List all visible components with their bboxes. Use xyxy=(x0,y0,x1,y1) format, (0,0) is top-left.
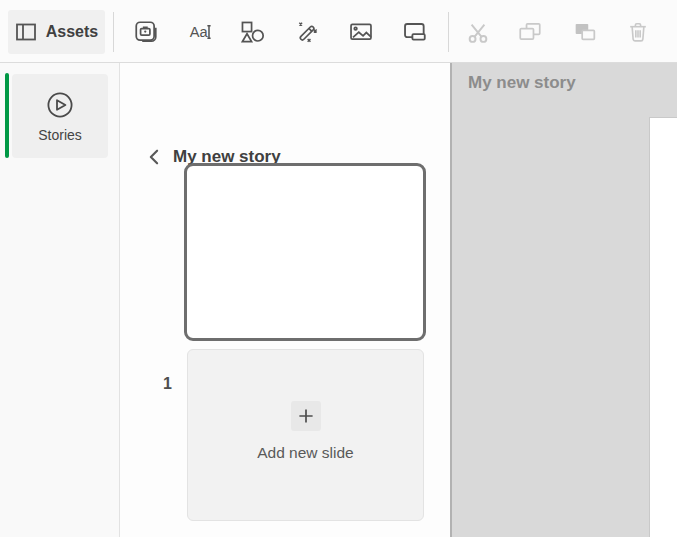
embed-sheet-button[interactable] xyxy=(400,17,430,47)
copy-icon xyxy=(517,19,543,45)
story-timeline-panel: My new story 1 Add new slide xyxy=(120,63,450,537)
back-button[interactable] xyxy=(143,145,167,169)
slide-thumbnail[interactable] xyxy=(184,163,426,341)
toolbar-divider xyxy=(113,12,114,52)
assets-sidebar: Stories xyxy=(0,63,120,537)
embed-sheet-icon xyxy=(402,19,428,45)
shapes-icon xyxy=(239,19,265,45)
plus-icon xyxy=(291,401,321,431)
chevron-left-icon xyxy=(145,147,165,167)
delete-button[interactable] xyxy=(623,17,653,47)
add-slide-button[interactable]: Add new slide xyxy=(187,349,424,521)
paste-button[interactable] xyxy=(570,17,600,47)
story-overview-panel: My new story xyxy=(450,63,677,537)
text-icon: Aa xyxy=(187,19,213,45)
text-objects-button[interactable]: Aa xyxy=(185,17,215,47)
toolbar-divider xyxy=(448,12,449,52)
play-circle-icon xyxy=(45,90,75,120)
app-window: Assets Aa xyxy=(0,0,677,537)
copy-button[interactable] xyxy=(515,17,545,47)
assets-toggle-button[interactable]: Assets xyxy=(8,10,105,54)
paste-icon xyxy=(572,19,598,45)
snapshot-icon xyxy=(133,19,159,45)
delete-icon xyxy=(625,19,651,45)
assets-label: Assets xyxy=(46,23,98,41)
add-slide-label: Add new slide xyxy=(257,444,354,462)
svg-text:Aa: Aa xyxy=(190,24,209,40)
cut-button[interactable] xyxy=(463,17,493,47)
sidebar-item-label: Stories xyxy=(38,127,82,143)
slide-canvas[interactable] xyxy=(649,117,677,537)
overview-story-title: My new story xyxy=(468,73,576,93)
snapshot-library-button[interactable] xyxy=(131,17,161,47)
shapes-button[interactable] xyxy=(237,17,267,47)
slide-number: 1 xyxy=(144,375,172,393)
media-objects-button[interactable] xyxy=(346,17,376,47)
sidebar-item-stories[interactable]: Stories xyxy=(12,74,108,158)
active-indicator xyxy=(5,73,9,158)
effects-button[interactable] xyxy=(292,17,322,47)
toolbar: Assets Aa xyxy=(0,0,677,63)
cut-icon xyxy=(465,19,491,45)
effects-icon xyxy=(294,19,320,45)
image-icon xyxy=(348,19,374,45)
panel-toggle-icon xyxy=(15,21,37,43)
